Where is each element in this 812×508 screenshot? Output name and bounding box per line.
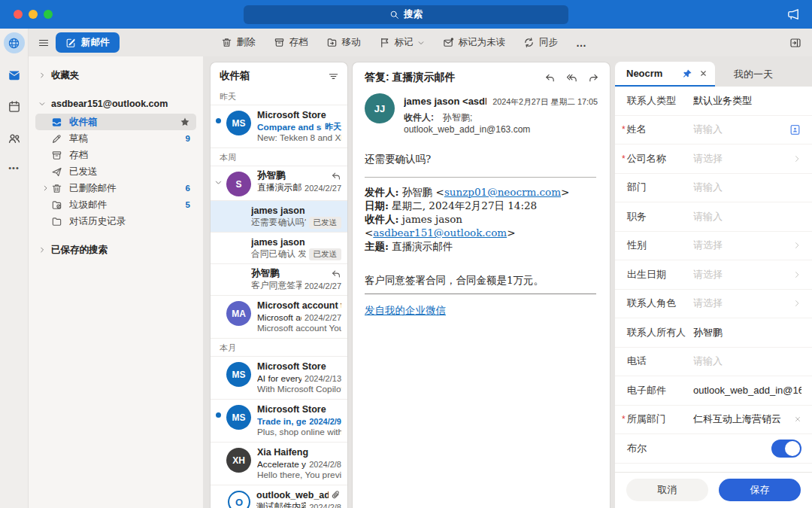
cancel-button[interactable]: 取消 [626, 479, 708, 501]
chevron-spacer [40, 151, 51, 159]
field-value[interactable]: 仁科互动上海营销云 [693, 412, 794, 426]
field-value[interactable]: outlook_web_add_in@16... [693, 385, 801, 396]
folder-item-4[interactable]: 已删除邮件6 [35, 180, 196, 196]
sender-block: JJ james jason <asdbe... 2024年2月27日 星期二 … [353, 88, 610, 135]
folder-item-2[interactable]: 存档 [35, 147, 196, 163]
chevron-down-icon[interactable] [214, 178, 223, 187]
crm-field-5[interactable]: 性别请选择 [615, 232, 812, 261]
field-value[interactable]: 请输入 [693, 210, 801, 224]
crm-field-8[interactable]: 联系人所有人孙智鹏 [615, 318, 812, 348]
folder-icon [51, 216, 62, 227]
to-email-link[interactable]: asdbear151@outlook.com [373, 227, 507, 239]
crm-field-12[interactable]: 布尔 [615, 434, 812, 464]
message-subject: 测试邮件内容 [256, 501, 306, 508]
collapse-panel-icon[interactable] [789, 37, 801, 49]
folder-item-5[interactable]: 垃圾邮件5 [35, 196, 196, 213]
account-label: asdbear151@outlook.com [51, 99, 168, 109]
message-row[interactable]: S孙智鹏直播演示邮件2024/2/27 [211, 166, 347, 200]
filter-icon[interactable] [328, 71, 339, 82]
favorites-section[interactable]: 收藏夹 [29, 65, 203, 85]
menu-icon[interactable] [38, 37, 50, 49]
boolean-toggle[interactable] [771, 440, 801, 458]
forward-icon[interactable] [588, 72, 599, 84]
more-actions-button[interactable]: … [576, 37, 587, 49]
field-value[interactable]: 孙智鹏 [693, 326, 801, 339]
field-value[interactable]: 请选择 [693, 268, 792, 281]
field-value[interactable]: 请选择 [693, 297, 792, 310]
account-section[interactable]: asdbear151@outlook.com [29, 94, 203, 114]
crm-field-3[interactable]: 部门请输入 [615, 174, 812, 203]
folder-label: 草稿 [69, 132, 186, 145]
message-row[interactable]: MSMicrosoft StoreCompare and sho...昨天New… [211, 105, 347, 148]
signature-link[interactable]: 发自我的企业微信 [365, 304, 446, 316]
required-asterisk: * [622, 414, 626, 424]
email-body: 还需要确认吗? 发件人: 孙智鹏 <sunzp01@neocrm.com> 日期… [353, 135, 610, 318]
conversation-child-row[interactable]: james jason合同已确认 发...已发送 [211, 232, 347, 263]
move-button[interactable]: 移动 [326, 36, 361, 49]
field-value[interactable]: 默认业务类型 [693, 94, 801, 108]
message-row[interactable]: MAMicrosoft account t...Microsoft acc...… [211, 295, 347, 338]
megaphone-icon[interactable] [786, 8, 800, 21]
crm-field-2[interactable]: *公司名称请选择 [615, 144, 812, 174]
crm-field-6[interactable]: 出生日期请选择 [615, 260, 812, 290]
mark-unread-button[interactable]: 标记为未读 [443, 36, 506, 49]
conversation-child-row[interactable]: james jason还需要确认吗? ...已发送 [211, 200, 347, 232]
tab-my-day[interactable]: 我的一天 [715, 62, 812, 87]
saved-search-section[interactable]: 已保存的搜索 [29, 240, 203, 260]
contact-card-icon[interactable] [789, 123, 801, 136]
mail-unread-icon [443, 37, 454, 48]
close-window-button[interactable] [14, 10, 23, 19]
sync-button[interactable]: 同步 [523, 36, 558, 49]
search-bar[interactable]: 搜索 [244, 5, 568, 24]
reply-all-icon[interactable] [566, 72, 577, 84]
app-launcher[interactable] [4, 32, 25, 53]
message-row[interactable]: Ooutlook_web_ad...测试邮件内容2024/2/8(无邮件预览) [211, 485, 347, 508]
folder-item-3[interactable]: 已发送 [35, 163, 196, 180]
new-mail-button[interactable]: 新邮件 [56, 32, 120, 53]
message-row[interactable]: XHXia HaifengAccelerate yo...2024/2/8Hel… [211, 442, 347, 485]
tab-neocrm[interactable]: Neocrm [615, 62, 715, 87]
message-date: 2024/2/27 [304, 184, 341, 193]
minimize-window-button[interactable] [29, 10, 38, 19]
field-value[interactable]: 请选择 [693, 152, 792, 166]
star-icon[interactable] [180, 117, 190, 127]
field-value[interactable]: 请输入 [693, 181, 801, 194]
pin-icon[interactable] [682, 68, 692, 79]
maximize-window-button[interactable] [44, 10, 53, 19]
flag-button[interactable]: 标记 [379, 36, 425, 49]
crm-field-10[interactable]: 电子邮件outlook_web_add_in@16... [615, 376, 812, 406]
list-title: 收件箱 [220, 69, 328, 83]
crm-field-7[interactable]: 联系人角色请选择 [615, 290, 812, 319]
delete-button[interactable]: 删除 [221, 36, 256, 49]
close-icon[interactable] [699, 69, 707, 78]
archive-button[interactable]: 存档 [274, 36, 308, 49]
crm-field-4[interactable]: 职务请输入 [615, 202, 812, 232]
draft-icon [51, 133, 62, 144]
calendar-nav-icon[interactable] [8, 100, 21, 114]
crm-field-11[interactable]: *所属部门仁科互动上海营销云 [615, 406, 812, 435]
crm-field-1[interactable]: *姓名请输入 [615, 116, 812, 145]
chevron-spacer [40, 168, 51, 175]
folder-item-1[interactable]: 草稿9 [35, 130, 196, 147]
chevron-right-icon[interactable] [40, 184, 51, 192]
from-email-link[interactable]: sunzp01@neocrm.com [444, 186, 561, 198]
reply-icon[interactable] [544, 72, 556, 84]
message-row[interactable]: MSMicrosoft StoreAI for everyth...2024/2… [211, 356, 347, 399]
folder-item-0[interactable]: 收件箱 [35, 114, 196, 130]
field-value[interactable]: 请输入 [693, 123, 789, 136]
more-apps-icon[interactable]: ••• [8, 163, 20, 172]
field-value[interactable]: 请输入 [693, 354, 801, 368]
crm-field-9[interactable]: 电话请输入 [615, 348, 812, 377]
sent-badge: 已发送 [309, 217, 342, 229]
message-row[interactable]: MSMicrosoft StoreTrade in, get...2024/2/… [211, 399, 347, 442]
mail-nav-icon[interactable] [8, 68, 21, 82]
crm-field-0[interactable]: 联系人类型默认业务类型 [615, 87, 812, 116]
contacts-nav-icon[interactable] [8, 132, 21, 145]
field-value[interactable]: 请选择 [693, 239, 792, 252]
save-button[interactable]: 保存 [719, 479, 801, 501]
clear-icon[interactable] [794, 415, 801, 423]
message-subject: Microsoft acc... [257, 312, 301, 323]
folder-item-6[interactable]: 对话历史记录 [35, 213, 196, 230]
addin-tabs: Neocrm 我的一天 [615, 62, 812, 87]
conversation-child-row[interactable]: 孙智鹏客户同意签署...2024/2/27 [211, 263, 347, 295]
